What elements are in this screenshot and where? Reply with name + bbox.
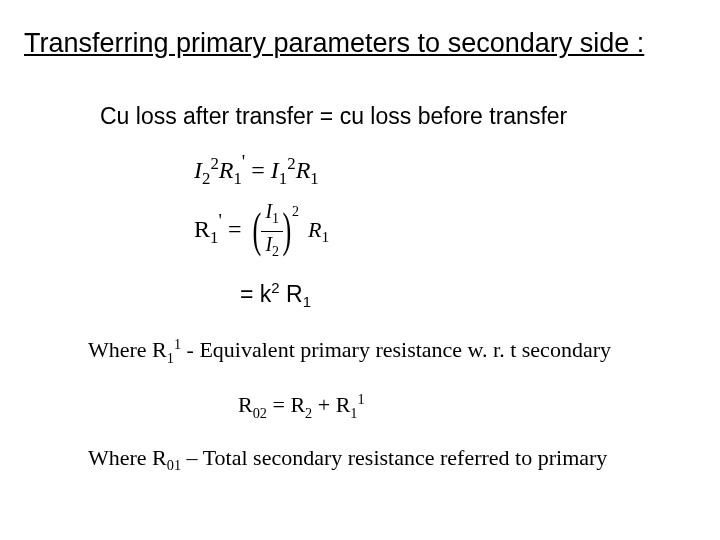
left-paren-icon: ( [253, 206, 262, 254]
eq1-R-lhs-sub: 1 [233, 169, 241, 188]
where1-post: - Equivalent primary resistance w. r. t … [181, 337, 611, 362]
eq1-I-rhs: I [271, 157, 279, 183]
eq1-I-lhs: I [194, 157, 202, 183]
equation-3: = k2 R1 [240, 279, 696, 310]
eq2-outer-exponent: 2 [292, 204, 299, 220]
eq4-R11-sup: 1 [357, 391, 364, 407]
where2-pre: Where R [88, 445, 167, 470]
equation-1: I22R1' = I12R1 [194, 154, 696, 189]
cu-loss-statement: Cu loss after transfer = cu loss before … [100, 103, 696, 130]
eq3-R-sub: 1 [303, 293, 311, 310]
where1-sub: 1 [167, 350, 174, 366]
eq2-fraction: I1 I2 [261, 200, 283, 263]
eq1-I-rhs-sup: 2 [287, 154, 295, 173]
eq2-R-rhs-sub: 1 [322, 228, 330, 245]
eq1-R-lhs: R [219, 157, 234, 183]
eq2-rhs: R1 [308, 217, 329, 246]
eq2-equals: = [222, 216, 242, 242]
eq3-R: R [280, 280, 303, 306]
equation-2: R1' = ( I1 I2 ) 2 R1 [194, 203, 696, 261]
equation-block: I22R1' = I12R1 R1' = ( I1 I2 ) 2 R1 [194, 154, 696, 261]
slide: Transferring primary parameters to secon… [0, 0, 720, 540]
eq4-R02: R [238, 392, 253, 417]
eq2-denominator: I2 [261, 232, 283, 263]
right-paren-icon: ) [283, 206, 292, 254]
eq2-lhs: R1' = [194, 216, 241, 248]
where-line-2: Where R01 – Total secondary resistance r… [88, 445, 696, 474]
eq2-R-lhs-prime: ' [218, 210, 221, 231]
eq1-R-lhs-prime: ' [242, 151, 245, 172]
eq4-R02-sub: 02 [253, 404, 267, 420]
slide-title: Transferring primary parameters to secon… [24, 28, 696, 59]
eq2-num-sub: 1 [272, 211, 279, 226]
where-line-1: Where R11 - Equivalent primary resistanc… [88, 336, 696, 367]
where1-pre: Where R [88, 337, 167, 362]
eq2-R-lhs: R [194, 216, 210, 242]
eq3-equals-k: = k [240, 280, 271, 306]
where2-sub: 01 [167, 458, 181, 474]
eq4-eq-R2: = R [267, 392, 305, 417]
eq1-R-rhs: R [296, 157, 311, 183]
eq2-numerator: I1 [261, 200, 283, 232]
eq1-I-lhs-sup: 2 [210, 154, 218, 173]
equation-4: R02 = R2 + R11 [238, 391, 696, 422]
eq2-R-rhs: R [308, 217, 321, 242]
eq4-plus-R11: + R [312, 392, 350, 417]
where2-post: – Total secondary resistance referred to… [181, 445, 607, 470]
eq2-den-sub: 2 [272, 244, 279, 259]
eq1-R-rhs-sub: 1 [310, 169, 318, 188]
eq3-k-exp: 2 [271, 279, 279, 296]
eq1-equals: = [245, 157, 271, 183]
eq1-I-rhs-sub: 1 [279, 169, 287, 188]
